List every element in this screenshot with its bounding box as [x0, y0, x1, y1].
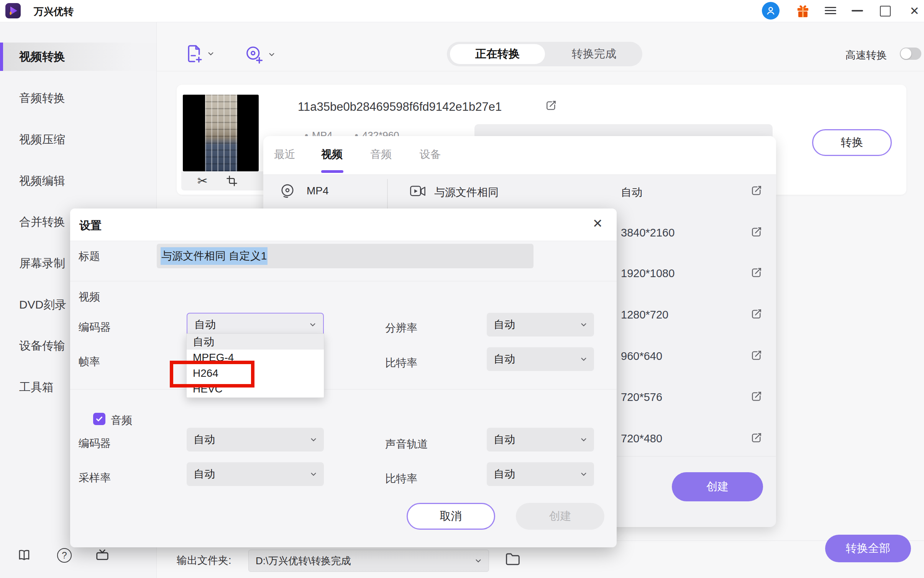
selected-text: 与源文件相同 自定义1 — [161, 247, 268, 265]
format-tab-device[interactable]: 设备 — [420, 147, 441, 162]
audio-channel-value: 自动 — [494, 432, 515, 447]
resolution-value: 自动 — [494, 317, 515, 332]
framerate-label: 帧率 — [79, 355, 100, 369]
edit-preset-icon[interactable] — [750, 184, 763, 197]
divider — [70, 281, 617, 281]
account-avatar[interactable] — [762, 2, 780, 20]
resolution-option[interactable]: 1920*1080 — [621, 267, 675, 280]
format-item-mp4[interactable]: MP4 — [307, 185, 329, 197]
open-folder-icon[interactable] — [505, 552, 520, 567]
format-tab-video[interactable]: 视频 — [321, 147, 343, 162]
dropdown-option-auto[interactable]: 自动 — [187, 334, 324, 350]
audio-encoder-value: 自动 — [194, 432, 215, 447]
title-input[interactable]: 与源文件相同 自定义1 — [157, 244, 533, 268]
maximize-button[interactable] — [880, 6, 891, 16]
audio-channel-label: 声音轨道 — [385, 437, 428, 452]
edit-preset-icon[interactable] — [750, 432, 763, 444]
convert-button[interactable]: 转换 — [812, 129, 892, 156]
chevron-down-icon — [310, 472, 317, 476]
chevron-down-icon — [207, 51, 214, 56]
popup-create-button[interactable]: 创建 — [672, 472, 763, 501]
dialog-title: 设置 — [79, 218, 102, 233]
add-disc-icon — [245, 45, 263, 64]
chevron-down-icon — [475, 558, 482, 563]
samplerate-value: 自动 — [194, 467, 215, 481]
help-icon[interactable]: ? — [57, 548, 72, 563]
add-file-button[interactable] — [186, 44, 214, 63]
edit-preset-icon[interactable] — [750, 349, 763, 361]
app-window: 万兴优转 ✕ 视频转换 音频转换 视频压缩 视频编辑 — [0, 0, 924, 578]
tab-finished[interactable]: 转换完成 — [549, 42, 639, 66]
resolution-row-value: 自动 — [621, 185, 642, 200]
minimize-button[interactable] — [852, 10, 863, 11]
convert-all-button[interactable]: 转换全部 — [825, 535, 911, 562]
resolution-option[interactable]: 1280*720 — [621, 309, 668, 321]
screen-demo-icon[interactable] — [95, 547, 110, 563]
resolution-row-name[interactable]: 与源文件相同 — [434, 185, 499, 200]
resolution-option[interactable]: 960*640 — [621, 350, 662, 363]
rename-icon[interactable] — [545, 99, 557, 112]
dialog-close-icon[interactable]: ✕ — [592, 216, 603, 231]
audio-channel-select[interactable]: 自动 — [487, 428, 594, 452]
audio-checkbox[interactable] — [93, 413, 105, 425]
settings-dialog: 设置 ✕ 标题 与源文件相同 自定义1 视频 编码器 自动 分辨率 自动 帧率 … — [70, 209, 617, 547]
video-bitrate-label: 比特率 — [385, 356, 417, 370]
output-folder-select[interactable]: D:\万兴优转\转换完成 — [248, 550, 489, 572]
format-tab-audio[interactable]: 音频 — [370, 147, 392, 162]
sidebar-item-video-compress[interactable]: 视频压缩 — [0, 127, 156, 152]
title-field-label: 标题 — [79, 249, 100, 264]
chevron-down-icon — [310, 437, 317, 442]
edit-preset-icon[interactable] — [750, 226, 763, 238]
title-bar: 万兴优转 ✕ — [0, 0, 924, 22]
audio-section-label: 音频 — [111, 413, 132, 428]
edit-preset-icon[interactable] — [750, 308, 763, 320]
audio-bitrate-select[interactable]: 自动 — [487, 462, 594, 486]
resolution-select[interactable]: 自动 — [487, 313, 594, 337]
edit-preset-icon[interactable] — [750, 390, 763, 402]
check-icon — [95, 415, 103, 423]
add-file-icon — [186, 44, 202, 63]
video-camera-icon — [410, 184, 426, 200]
app-title: 万兴优转 — [34, 5, 74, 18]
sidebar-item-video-edit[interactable]: 视频编辑 — [0, 169, 156, 193]
sidebar-item-video-convert[interactable]: 视频转换 — [0, 44, 156, 69]
video-thumbnail — [183, 95, 259, 171]
video-section-label: 视频 — [79, 290, 100, 304]
chevron-down-icon — [309, 322, 316, 327]
format-popup-header: 最近 视频 音频 设备 — [263, 136, 776, 175]
samplerate-select[interactable]: 自动 — [187, 462, 324, 486]
load-dvd-button[interactable] — [245, 45, 275, 64]
chevron-down-icon — [580, 437, 587, 442]
format-tab-recent[interactable]: 最近 — [274, 147, 295, 162]
video-bitrate-select[interactable]: 自动 — [487, 347, 594, 371]
edit-preset-icon[interactable] — [750, 266, 763, 279]
chevron-down-icon — [580, 357, 587, 361]
app-logo-icon — [5, 3, 21, 18]
menu-icon[interactable] — [825, 5, 836, 16]
sidebar-item-audio-convert[interactable]: 音频转换 — [0, 86, 156, 110]
guide-book-icon[interactable] — [17, 548, 31, 563]
gift-icon[interactable] — [795, 3, 811, 20]
resolution-option[interactable]: 3840*2160 — [621, 227, 675, 239]
video-encoder-value: 自动 — [194, 317, 216, 332]
dialog-create-button[interactable]: 创建 — [516, 503, 604, 530]
cancel-button[interactable]: 取消 — [407, 503, 495, 530]
resolution-label: 分辨率 — [385, 321, 417, 335]
audio-bitrate-label: 比特率 — [385, 471, 417, 486]
video-encoder-select[interactable]: 自动 — [187, 313, 324, 337]
tab-underline — [321, 170, 343, 173]
audio-encoder-select[interactable]: 自动 — [187, 428, 324, 452]
output-folder-path: D:\万兴优转\转换完成 — [256, 554, 351, 568]
fast-convert-toggle[interactable] — [900, 48, 921, 60]
trim-icon[interactable]: ✂ — [197, 174, 208, 188]
resolution-option[interactable]: 720*576 — [621, 391, 662, 404]
divider — [70, 389, 617, 389]
user-icon — [765, 5, 776, 16]
close-button[interactable]: ✕ — [908, 4, 921, 18]
resolution-option[interactable]: 720*480 — [621, 432, 662, 445]
convert-status-tabs: 正在转换 转换完成 — [447, 42, 642, 66]
toggle-knob — [901, 48, 911, 59]
crop-icon[interactable] — [226, 175, 238, 187]
video-bitrate-value: 自动 — [494, 352, 515, 366]
tab-converting[interactable]: 正在转换 — [450, 44, 545, 64]
